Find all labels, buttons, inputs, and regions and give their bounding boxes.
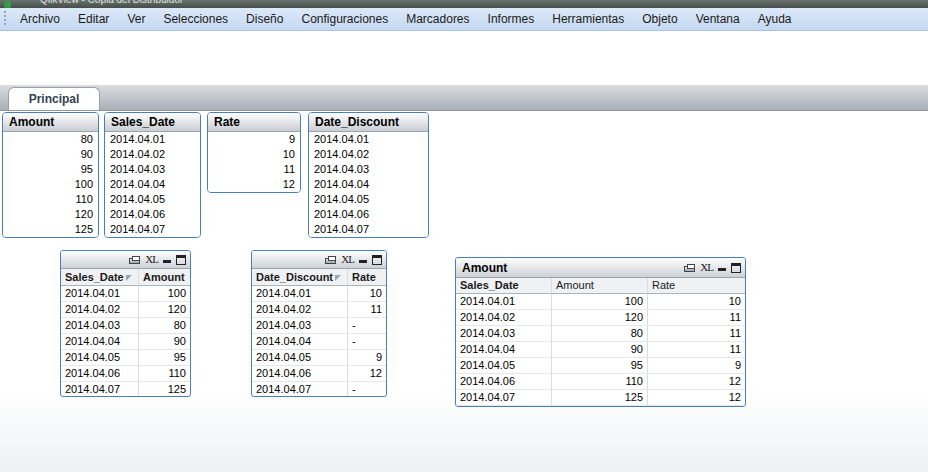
table-cell[interactable]: 100 — [139, 286, 190, 302]
column-header[interactable]: Rate — [348, 269, 386, 286]
table-cell[interactable]: 12 — [648, 374, 745, 390]
table-cell[interactable]: 2014.04.05 — [61, 350, 139, 366]
list-value[interactable]: 10 — [208, 147, 300, 162]
print-icon[interactable] — [325, 258, 336, 264]
table-cell[interactable]: 2014.04.04 — [456, 342, 552, 358]
menu-item-diseño[interactable]: Diseño — [237, 10, 292, 28]
print-icon[interactable] — [684, 266, 695, 272]
table-cell[interactable]: 12 — [648, 390, 745, 406]
list-value[interactable]: 2014.04.03 — [309, 162, 428, 177]
tablebox-sales-amount[interactable]: XL Sales_DateAmount2014.04.011002014.04.… — [60, 250, 191, 397]
table-cell[interactable]: - — [348, 318, 386, 334]
list-value[interactable]: 2014.04.05 — [309, 192, 428, 207]
column-header[interactable]: Amount — [552, 278, 648, 294]
excel-icon[interactable]: XL — [145, 254, 158, 265]
excel-icon[interactable]: XL — [700, 262, 713, 273]
table-cell[interactable]: 9 — [348, 350, 386, 366]
table-cell[interactable]: 2014.04.05 — [456, 358, 552, 374]
table-cell[interactable]: - — [348, 334, 386, 350]
list-value[interactable]: 125 — [3, 222, 98, 237]
table-cell[interactable]: 2014.04.07 — [456, 390, 552, 406]
menu-item-ventana[interactable]: Ventana — [687, 10, 749, 28]
table-cell[interactable]: 90 — [552, 342, 648, 358]
table-cell[interactable]: 2014.04.02 — [252, 302, 348, 318]
list-value[interactable]: 12 — [208, 177, 300, 192]
table-cell[interactable]: 95 — [139, 350, 190, 366]
table-cell[interactable]: - — [348, 382, 386, 397]
maximize-icon[interactable] — [176, 255, 186, 265]
table-cell[interactable]: 80 — [552, 326, 648, 342]
menu-item-editar[interactable]: Editar — [69, 10, 118, 28]
list-value[interactable]: 2014.04.02 — [309, 147, 428, 162]
table-cell[interactable]: 11 — [348, 302, 386, 318]
table-cell[interactable]: 80 — [139, 318, 190, 334]
column-header[interactable]: Sales_Date — [456, 278, 552, 294]
list-value[interactable]: 120 — [3, 207, 98, 222]
menu-item-selecciones[interactable]: Selecciones — [154, 10, 237, 28]
tablebox-caption[interactable]: XL — [252, 251, 386, 269]
tablebox-caption[interactable]: Amount XL — [456, 258, 745, 278]
print-icon[interactable] — [129, 258, 140, 264]
menubar-grip[interactable] — [3, 11, 8, 27]
table-cell[interactable]: 2014.04.01 — [252, 286, 348, 302]
table-cell[interactable]: 2014.04.03 — [456, 326, 552, 342]
menu-item-ayuda[interactable]: Ayuda — [749, 10, 801, 28]
list-value[interactable]: 2014.04.01 — [309, 132, 428, 147]
listbox-caption[interactable]: Date_Discount — [309, 113, 428, 132]
table-cell[interactable]: 100 — [552, 294, 648, 310]
tablebox-amount-joined[interactable]: Amount XL Sales_DateAmountRate2014.04.01… — [455, 257, 746, 407]
menu-item-marcadores[interactable]: Marcadores — [397, 10, 478, 28]
list-value[interactable]: 2014.04.06 — [105, 207, 200, 222]
table-cell[interactable]: 2014.04.02 — [61, 302, 139, 318]
listbox-rate[interactable]: Rate 9101112 — [207, 112, 301, 193]
table-cell[interactable]: 2014.04.04 — [252, 334, 348, 350]
table-cell[interactable]: 2014.04.07 — [61, 382, 139, 397]
listbox-caption[interactable]: Amount — [3, 113, 98, 132]
table-cell[interactable]: 2014.04.01 — [61, 286, 139, 302]
list-value[interactable]: 2014.04.04 — [309, 177, 428, 192]
table-cell[interactable]: 11 — [648, 342, 745, 358]
list-value[interactable]: 2014.04.05 — [105, 192, 200, 207]
table-cell[interactable]: 11 — [648, 310, 745, 326]
table-cell[interactable]: 2014.04.03 — [61, 318, 139, 334]
table-cell[interactable]: 11 — [648, 326, 745, 342]
table-cell[interactable]: 2014.04.06 — [61, 366, 139, 382]
table-cell[interactable]: 2014.04.06 — [252, 366, 348, 382]
maximize-icon[interactable] — [731, 263, 741, 273]
menu-item-archivo[interactable]: Archivo — [11, 10, 69, 28]
table-cell[interactable]: 110 — [552, 374, 648, 390]
list-value[interactable]: 100 — [3, 177, 98, 192]
table-cell[interactable]: 12 — [348, 366, 386, 382]
table-cell[interactable]: 2014.04.05 — [252, 350, 348, 366]
list-value[interactable]: 2014.04.07 — [309, 222, 428, 237]
list-value[interactable]: 2014.04.04 — [105, 177, 200, 192]
list-value[interactable]: 2014.04.02 — [105, 147, 200, 162]
table-cell[interactable]: 2014.04.06 — [456, 374, 552, 390]
table-cell[interactable]: 2014.04.07 — [252, 382, 348, 397]
menu-item-configuraciones[interactable]: Configuraciones — [292, 10, 397, 28]
excel-icon[interactable]: XL — [341, 254, 354, 265]
list-value[interactable]: 2014.04.03 — [105, 162, 200, 177]
table-cell[interactable]: 120 — [552, 310, 648, 326]
table-cell[interactable]: 2014.04.01 — [456, 294, 552, 310]
column-header[interactable]: Rate — [648, 278, 745, 294]
menu-item-informes[interactable]: Informes — [479, 10, 544, 28]
window-titlebar[interactable]: QlikView - Copia del Distribuidor — [0, 0, 928, 8]
table-cell[interactable]: 90 — [139, 334, 190, 350]
menu-item-ver[interactable]: Ver — [118, 10, 154, 28]
list-value[interactable]: 2014.04.07 — [105, 222, 200, 237]
listbox-caption[interactable]: Sales_Date — [105, 113, 200, 132]
table-cell[interactable]: 120 — [139, 302, 190, 318]
list-value[interactable]: 2014.04.01 — [105, 132, 200, 147]
listbox-caption[interactable]: Rate — [208, 113, 300, 132]
tablebox-caption[interactable]: XL — [61, 251, 190, 269]
list-value[interactable]: 9 — [208, 132, 300, 147]
column-header[interactable]: Sales_Date — [61, 269, 139, 286]
maximize-icon[interactable] — [372, 255, 382, 265]
list-value[interactable]: 80 — [3, 132, 98, 147]
table-cell[interactable]: 95 — [552, 358, 648, 374]
list-value[interactable]: 110 — [3, 192, 98, 207]
list-value[interactable]: 2014.04.06 — [309, 207, 428, 222]
list-value[interactable]: 11 — [208, 162, 300, 177]
listbox-sales-date[interactable]: Sales_Date 2014.04.012014.04.022014.04.0… — [104, 112, 201, 238]
